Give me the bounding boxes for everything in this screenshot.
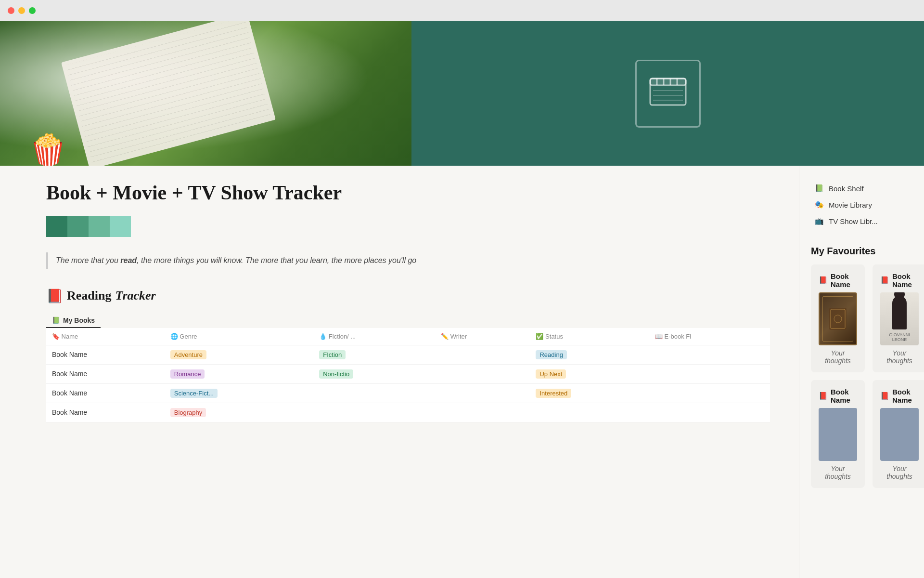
sidebar-nav: 📗 Book Shelf 🎭 Movie Library 📺 TV Show L… — [811, 181, 912, 230]
table-row[interactable]: Book Name Biography — [46, 403, 770, 422]
genre-tag: Adventure — [170, 350, 206, 359]
main-wrapper: Book + Movie + TV Show Tracker The more … — [0, 166, 924, 578]
fav-card-name: Book Name — [892, 388, 919, 404]
swatch-2 — [67, 216, 89, 237]
svg-point-11 — [834, 315, 842, 323]
quote-text: The more that you read, the more things … — [56, 256, 416, 264]
col-status: ✅ Status — [530, 328, 649, 345]
col-ebook: 📖 E-book Fi — [649, 328, 770, 345]
fiction-tag: Non-fictio — [319, 369, 353, 379]
col-fiction: 💧 Fiction/ ... — [313, 328, 435, 345]
books-tabs: 📗 My Books — [46, 314, 101, 328]
genre-tag: Romance — [170, 369, 205, 379]
movie-clapperboard-icon — [635, 60, 701, 128]
cell-fiction: Non-fictio — [313, 364, 435, 383]
table-row[interactable]: Book Name Adventure FIction Reading — [46, 345, 770, 364]
swatch-3 — [89, 216, 110, 237]
favourites-grid: 📕 Book Name Your thoughts 📕 Book Name GI… — [811, 264, 912, 488]
cell-status: Interested — [530, 383, 649, 403]
col-name: 🔖 Name — [46, 328, 165, 345]
genre-tag: Biography — [170, 408, 206, 417]
fav-card[interactable]: 📕 Book Name Your thoughts — [873, 380, 924, 488]
reading-text: Reading — [67, 289, 111, 303]
book-cover-plain — [819, 408, 857, 461]
table-row[interactable]: Book Name Science-Fict... Interested — [46, 383, 770, 403]
fav-card[interactable]: 📕 Book Name Your thoughts — [811, 380, 865, 488]
cell-writer — [435, 364, 530, 383]
books-table: 🔖 Name 🌐 Genre 💧 Fiction/ ... ✏️ Writer … — [46, 328, 770, 422]
fav-card-name: Book Name — [892, 272, 919, 289]
col-genre: 🌐 Genre — [165, 328, 313, 345]
cell-status — [530, 403, 649, 422]
svg-rect-1 — [650, 79, 686, 85]
fav-card[interactable]: 📕 Book Name Your thoughts — [811, 264, 865, 372]
bookshelf-icon: 📗 — [815, 184, 824, 193]
close-button[interactable] — [8, 7, 14, 14]
movielibrary-label: Movie Library — [829, 201, 872, 209]
hero-banner: 🍿 — [0, 21, 924, 166]
cell-ebook — [649, 403, 770, 422]
fav-card-title: 📕 Book Name — [880, 388, 919, 404]
book-cover-person: GIOVANNILEONE — [880, 292, 919, 345]
col-writer: ✏️ Writer — [435, 328, 530, 345]
fav-card-emoji: 📕 — [880, 392, 889, 400]
sidebar-item-movielibrary[interactable]: 🎭 Movie Library — [811, 197, 912, 212]
fav-thoughts: Your thoughts — [819, 349, 857, 365]
reading-tracker-heading: 📕 Reading Tracker — [46, 288, 770, 304]
title-bar — [0, 0, 924, 21]
sidebar-item-tvshow[interactable]: 📺 TV Show Libr... — [811, 214, 912, 228]
status-tag: Reading — [536, 350, 566, 359]
tab-icon: 📗 — [52, 316, 60, 324]
tab-my-books[interactable]: 📗 My Books — [46, 314, 101, 327]
hero-image-right — [411, 21, 924, 166]
cell-name: Book Name — [46, 383, 165, 403]
table-header-row: 🔖 Name 🌐 Genre 💧 Fiction/ ... ✏️ Writer … — [46, 328, 770, 345]
fav-thoughts: Your thoughts — [819, 465, 857, 480]
cell-genre: Biography — [165, 403, 313, 422]
movielibrary-icon: 🎭 — [815, 200, 824, 209]
sidebar-item-bookshelf[interactable]: 📗 Book Shelf — [811, 181, 912, 196]
table-row[interactable]: Book Name Romance Non-fictio Up Next — [46, 364, 770, 383]
fav-card-emoji: 📕 — [880, 276, 889, 285]
cell-ebook — [649, 364, 770, 383]
genre-tag: Science-Fict... — [170, 389, 218, 398]
favourites-title: My Favourites — [811, 246, 912, 257]
cell-fiction: FIction — [313, 345, 435, 364]
book-cover-ornate — [819, 292, 857, 345]
fav-card[interactable]: 📕 Book Name GIOVANNILEONE Your thoughts — [873, 264, 924, 372]
swatch-1 — [46, 216, 67, 237]
bookshelf-label: Book Shelf — [829, 184, 864, 193]
sidebar-content: 📗 Book Shelf 🎭 Movie Library 📺 TV Show L… — [811, 181, 912, 488]
sidebar: 📗 Book Shelf 🎭 Movie Library 📺 TV Show L… — [799, 166, 924, 578]
person-silhouette — [892, 296, 907, 329]
maximize-button[interactable] — [29, 7, 36, 14]
fav-thoughts: Your thoughts — [880, 349, 919, 365]
book-cover-plain — [880, 408, 919, 461]
fav-card-title: 📕 Book Name — [819, 388, 857, 404]
cell-status: Reading — [530, 345, 649, 364]
cell-ebook — [649, 383, 770, 403]
cell-name: Book Name — [46, 345, 165, 364]
reading-emoji: 📕 — [46, 288, 63, 304]
cell-fiction — [313, 403, 435, 422]
minimize-button[interactable] — [18, 7, 25, 14]
page-title: Book + Movie + TV Show Tracker — [46, 181, 770, 204]
favourites-section: My Favourites 📕 Book Name Your thoughts … — [811, 246, 912, 488]
fav-card-name: Book Name — [831, 272, 857, 289]
fav-card-title: 📕 Book Name — [880, 272, 919, 289]
status-tag: Interested — [536, 389, 571, 398]
fav-card-emoji: 📕 — [819, 392, 828, 400]
popcorn-emoji: 🍿 — [29, 135, 67, 166]
tvshow-icon: 📺 — [815, 217, 824, 225]
cell-writer — [435, 383, 530, 403]
cell-ebook — [649, 345, 770, 364]
reading-italic: Tracker — [115, 289, 155, 303]
cell-name: Book Name — [46, 403, 165, 422]
fav-card-name: Book Name — [831, 388, 857, 404]
cell-writer — [435, 403, 530, 422]
tvshow-label: TV Show Libr... — [829, 217, 878, 225]
status-tag: Up Next — [536, 369, 566, 379]
quote-block: The more that you read, the more things … — [46, 252, 770, 269]
hero-image-left: 🍿 — [0, 21, 411, 166]
cell-genre: Adventure — [165, 345, 313, 364]
